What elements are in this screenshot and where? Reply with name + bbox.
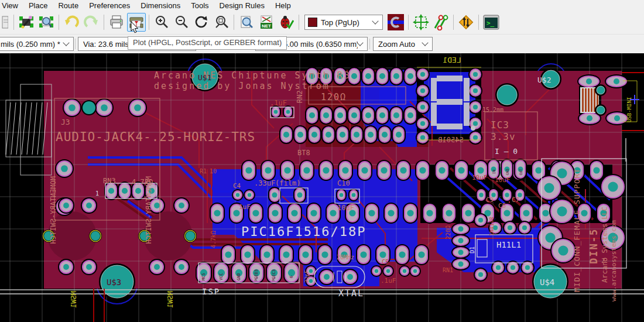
svg-text:MIDI_CONN_FEMALE_SUPPORT: MIDI_CONN_FEMALE_SUPPORT [573,168,581,292]
svg-text:RN2: RN2 [296,90,304,103]
layer-color-swatch [308,18,317,27]
main-toolbar: NETTop (PgUp)>_ [0,11,644,34]
svg-text:10uF: 10uF [337,204,354,212]
print-icon[interactable] [107,13,126,32]
svg-text:BT8: BT8 [297,149,310,157]
clipped-icon[interactable] [0,13,11,32]
separator [299,15,299,30]
svg-text:PGEC3: PGEC3 [272,269,276,282]
separator [13,15,14,30]
layer-select[interactable]: Top (PgUp) [304,15,383,30]
svg-text:U$4: U$4 [540,278,554,287]
svg-text:ISP: ISP [202,287,220,296]
svg-text:USB-MINI: USB-MINI [626,97,632,122]
svg-text:MOMENTARY-SWITCH: MOMENTARY-SWITCH [145,176,153,244]
svg-text:LED1: LED1 [443,56,461,64]
separator [453,15,454,30]
track-width-select[interactable]: mils (0.250 mm) * [0,37,74,51]
svg-text:10uF: 10uF [472,174,488,181]
svg-text:U$3: U$3 [107,278,121,287]
svg-text:Arcano Systems LLC: Arcano Systems LLC [601,207,609,283]
svg-text:RN3: RN3 [103,177,116,185]
redo-icon[interactable] [82,13,101,32]
svg-text:PGED3: PGED3 [254,269,259,282]
svg-text:10: 10 [210,168,217,174]
svg-text:15.2mm: 15.2mm [482,107,503,113]
fast-route-icon[interactable] [457,13,475,32]
find-icon[interactable] [237,13,256,32]
pcb-canvas[interactable]: Arcano NES Chiptune Synth R3designed by … [0,53,644,322]
chevron-down-icon [357,39,363,46]
svg-text:U$2: U$2 [537,76,551,84]
separator [478,15,479,30]
footprint-editor-icon[interactable] [17,13,36,32]
separator [369,39,370,49]
svg-text:1: 1 [95,190,99,197]
svg-text:22pF: 22pF [304,270,310,283]
menu-item-help[interactable]: Help [270,1,296,11]
svg-text:DIN-5: DIN-5 [588,228,600,264]
drc-icon[interactable] [277,13,296,32]
track-mode-icon[interactable] [431,13,450,32]
svg-text:VCC: VCC [219,273,224,280]
svg-text:S4501B: S4501B [438,136,463,144]
svg-text:C4: C4 [233,182,241,190]
scripting-console-icon[interactable]: >_ [482,13,501,32]
zoom-out-icon[interactable] [172,13,191,32]
menu-item-design-rules[interactable]: Design Rules [214,1,270,11]
track-width-value: mils (0.250 mm) * [0,40,64,49]
svg-text:OUT: OUT [519,169,523,175]
menu-item-preferences[interactable]: Preferences [84,1,135,11]
svg-text:Arcano NES Chiptune Synth R3: Arcano NES Chiptune Synth R3 [154,70,351,81]
chevron-down-icon [372,18,378,24]
separator [234,15,234,30]
chevron-down-icon [63,39,69,46]
zoom-redraw-icon[interactable] [192,13,211,32]
svg-text:U$1: U$1 [198,73,211,82]
chevron-down-icon [422,39,428,46]
svg-text:AUDIO-JACK4-.25-HORIZ-TRS: AUDIO-JACK4-.25-HORIZ-TRS [56,130,255,144]
menu-item-place[interactable]: Place [23,1,53,11]
via-display-icon[interactable] [386,13,405,32]
mouse-cursor-icon [131,22,140,35]
options-toolbar: mils (0.250 mm) * Via: 23.6 mils (0.60 ⇥… [0,34,644,53]
svg-text:H11L1: H11L1 [496,240,521,249]
menu-item-dimensions[interactable]: Dimensions [135,1,186,11]
svg-text:IN: IN [492,169,496,174]
svg-text:3.3v: 3.3v [491,131,516,142]
svg-text:MOMENTARY-SWITCH: MOMENTARY-SWITCH [49,176,57,244]
svg-text:IC3: IC3 [491,119,509,131]
zoom-select[interactable]: Zoom Auto [373,37,433,51]
svg-text:NET: NET [262,23,271,29]
netlist-icon[interactable]: NET [257,13,276,32]
menu-item-route[interactable]: Route [53,1,84,11]
menu-item-tools[interactable]: Tools [186,1,214,11]
menu-item-view[interactable]: View [0,1,23,11]
svg-text:10uF: 10uF [495,176,511,184]
zoom-in-icon[interactable] [152,13,171,32]
pcb-drawing[interactable]: Arcano NES Chiptune Synth R3designed by … [0,53,644,322]
svg-text:I – 0: I – 0 [495,147,518,156]
svg-text:D1: D1 [469,246,475,254]
undo-icon[interactable] [62,13,81,32]
footprint-viewer-icon[interactable] [37,13,56,32]
zoom-value: Zoom Auto [374,40,423,49]
svg-text:XTAL: XTAL [338,288,364,299]
svg-text:C7: C7 [512,196,519,204]
svg-text:20MHz: 20MHz [337,254,354,261]
footprint-mode-icon[interactable] [412,13,430,32]
svg-text:GND: GND [237,273,241,280]
separator [75,39,76,49]
svg-text:RN1: RN1 [443,267,453,273]
svg-text:120Ω: 120Ω [321,92,347,102]
svg-text:C9: C9 [486,196,494,204]
svg-text:R1: R1 [200,168,207,174]
svg-text:4.7kΩ: 4.7kΩ [210,231,217,248]
svg-text:MSW1: MSW1 [70,291,78,308]
svg-text:J3: J3 [61,118,70,126]
svg-text:PIC16F1516/18P: PIC16F1516/18P [241,224,366,239]
zoom-fit-icon[interactable] [212,13,231,32]
svg-text:.1uF: .1uF [381,277,396,285]
svg-text:.33uF(film): .33uF(film) [254,179,300,187]
plot-tooltip: Plot (HPGL, PostScript, or GERBER format… [128,36,287,50]
